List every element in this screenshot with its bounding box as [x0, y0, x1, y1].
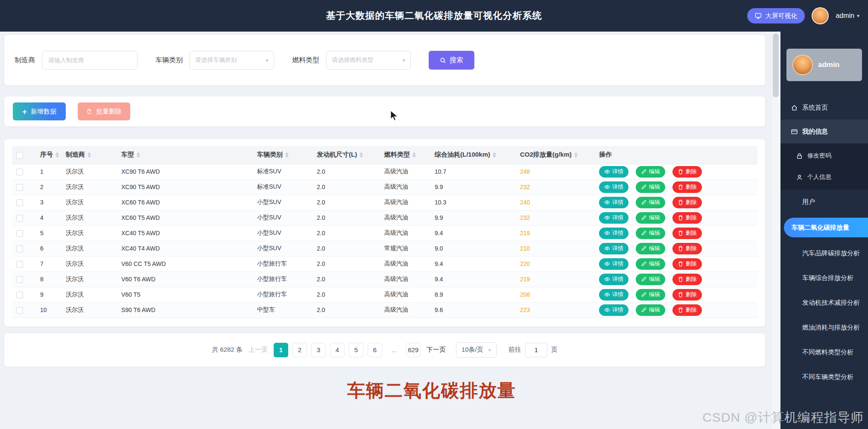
row-checkbox[interactable]: [16, 292, 23, 298]
next-page-button[interactable]: 下一页: [427, 346, 446, 354]
col-header-consumption[interactable]: 综合油耗(L/100km): [430, 146, 516, 164]
sort-carets-icon[interactable]: [574, 152, 578, 158]
prev-page-button[interactable]: 上一页: [248, 346, 268, 354]
sidebar-item-vehicle-type-analysis[interactable]: 不同车辆类型分析: [780, 365, 868, 389]
page-button-1[interactable]: 1: [274, 343, 288, 357]
sort-carets-icon[interactable]: [56, 152, 59, 158]
sidebar-item-profile[interactable]: 个人信息: [780, 166, 868, 188]
add-data-button[interactable]: + 新增数据: [13, 102, 66, 120]
user-menu[interactable]: admin ▾: [836, 12, 859, 20]
more-pages-button[interactable]: ...: [388, 346, 400, 353]
delete-button[interactable]: 删除: [672, 258, 702, 270]
detail-button[interactable]: 详情: [599, 304, 628, 316]
edit-button[interactable]: 编辑: [636, 289, 665, 301]
scrollbar-thumb[interactable]: [773, 33, 779, 97]
person-icon: [796, 174, 803, 181]
detail-button[interactable]: 详情: [599, 243, 628, 254]
row-checkbox[interactable]: [16, 245, 23, 252]
sort-carets-icon[interactable]: [285, 152, 289, 158]
row-checkbox[interactable]: [16, 307, 23, 314]
detail-button[interactable]: 详情: [599, 166, 628, 178]
sort-carets-icon[interactable]: [137, 152, 140, 158]
edit-button[interactable]: 编辑: [636, 181, 665, 193]
detail-label: 详情: [612, 168, 623, 175]
manufacturer-input[interactable]: [42, 51, 137, 70]
detail-button[interactable]: 详情: [599, 228, 628, 239]
col-header-engine-size[interactable]: 发动机尺寸(L): [313, 146, 380, 164]
page-button-last[interactable]: 629: [406, 343, 421, 357]
sidebar-item-change-password[interactable]: 修改密码: [780, 145, 868, 166]
row-checkbox[interactable]: [16, 215, 23, 222]
delete-button[interactable]: 删除: [672, 289, 702, 301]
col-header-manufacturer[interactable]: 制造商: [61, 146, 117, 164]
sort-carets-icon[interactable]: [412, 152, 416, 158]
page-button-3[interactable]: 3: [311, 343, 326, 357]
detail-button[interactable]: 详情: [599, 274, 628, 285]
big-screen-button[interactable]: 大屏可视化: [747, 8, 805, 23]
detail-button[interactable]: 详情: [599, 212, 628, 224]
row-checkbox[interactable]: [16, 199, 23, 206]
row-checkbox[interactable]: [16, 230, 23, 237]
page-button-2[interactable]: 2: [292, 343, 307, 357]
row-checkbox[interactable]: [16, 169, 23, 175]
row-checkbox[interactable]: [16, 184, 23, 191]
edit-button[interactable]: 编辑: [636, 274, 665, 285]
category-select[interactable]: 请选择车辆类别 ▾: [190, 51, 274, 70]
sort-carets-icon[interactable]: [359, 152, 363, 158]
col-header-model[interactable]: 车型: [117, 146, 253, 164]
select-all-checkbox[interactable]: [16, 152, 23, 159]
delete-button[interactable]: 删除: [672, 274, 702, 285]
col-header-fuel-type[interactable]: 燃料类型: [380, 146, 430, 164]
user-avatar[interactable]: [812, 7, 829, 24]
edit-button[interactable]: 编辑: [636, 304, 665, 316]
delete-button[interactable]: 删除: [672, 304, 702, 316]
page-button-4[interactable]: 4: [330, 343, 345, 357]
row-checkbox[interactable]: [16, 261, 23, 268]
detail-button[interactable]: 详情: [599, 181, 628, 193]
scrollbar[interactable]: [771, 32, 780, 429]
detail-button[interactable]: 详情: [599, 258, 628, 270]
edit-button[interactable]: 编辑: [636, 228, 665, 239]
delete-label: 删除: [686, 198, 697, 206]
search-button[interactable]: 搜索: [429, 51, 474, 70]
sidebar-item-users[interactable]: 用户: [780, 190, 868, 214]
detail-button[interactable]: 详情: [599, 197, 628, 208]
sidebar-item-home[interactable]: 系统首页: [780, 96, 868, 120]
col-header-index[interactable]: 序号: [36, 146, 61, 164]
sidebar-item-comprehensive-analysis[interactable]: 车辆综合排放分析: [780, 266, 868, 290]
sidebar-item-engine-analysis[interactable]: 发动机技术减排分析: [780, 290, 868, 315]
edit-button[interactable]: 编辑: [636, 243, 665, 254]
sort-carets-icon[interactable]: [88, 152, 91, 158]
page-button-5[interactable]: 5: [349, 343, 363, 357]
delete-button[interactable]: 删除: [672, 197, 702, 208]
edit-button[interactable]: 编辑: [636, 197, 665, 208]
fuel-select[interactable]: 请选择燃料类型 ▾: [326, 51, 411, 70]
delete-button[interactable]: 删除: [672, 243, 702, 254]
sidebar-item-vehicle-co2[interactable]: 车辆二氧化碳排放量: [784, 218, 868, 237]
page-size-select[interactable]: 10条/页 ▾: [456, 342, 497, 358]
batch-delete-button[interactable]: 批量删除: [78, 102, 130, 120]
delete-button[interactable]: 删除: [672, 166, 702, 178]
edit-button[interactable]: 编辑: [636, 212, 665, 224]
edit-button[interactable]: 编辑: [636, 166, 665, 178]
delete-button[interactable]: 删除: [672, 228, 702, 239]
sidebar-item-brand-analysis[interactable]: 汽车品牌碳排放分析: [780, 241, 868, 266]
col-header-category[interactable]: 车辆类别: [253, 146, 313, 164]
page-button-6[interactable]: 6: [368, 343, 382, 357]
cell-fuel-type: 高级汽油: [380, 287, 430, 302]
sort-carets-icon[interactable]: [493, 152, 496, 158]
cell-checkbox: [12, 225, 36, 241]
edit-button[interactable]: 编辑: [636, 258, 665, 270]
row-checkbox[interactable]: [16, 276, 23, 283]
detail-button[interactable]: 详情: [599, 289, 628, 301]
sidebar-item-my-info[interactable]: 我的信息: [780, 120, 868, 143]
sidebar-avatar[interactable]: [792, 55, 813, 75]
goto-page-input[interactable]: [525, 343, 547, 357]
cell-index: 8: [36, 271, 61, 287]
sidebar-item-fuel-type-analysis[interactable]: 不同燃料类型分析: [780, 340, 868, 365]
sidebar-item-fuel-consumption-analysis[interactable]: 燃油消耗与排放分析: [780, 315, 868, 340]
col-header-co2[interactable]: CO2排放量(g/km): [516, 146, 595, 164]
detail-label: 详情: [612, 260, 623, 268]
delete-button[interactable]: 删除: [672, 181, 702, 193]
delete-button[interactable]: 删除: [672, 212, 702, 224]
